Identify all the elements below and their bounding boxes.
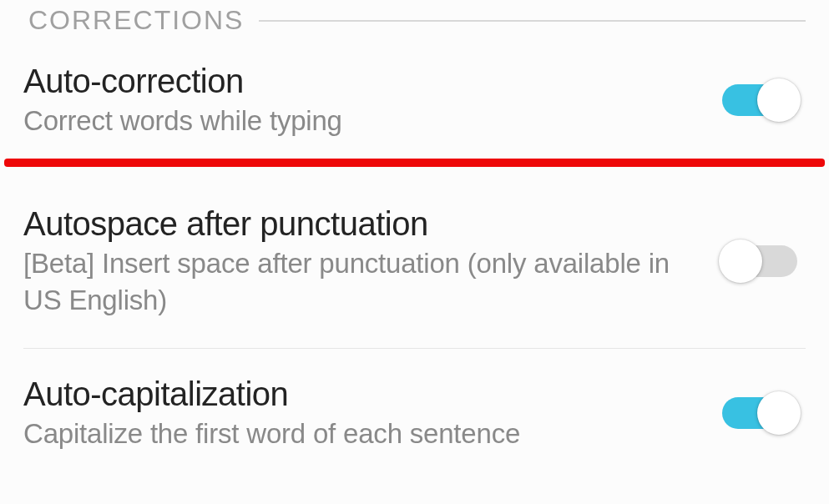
section-divider-line	[259, 20, 806, 22]
highlight-bar	[4, 159, 825, 167]
setting-subtitle: [Beta] Insert space after punctuation (o…	[23, 245, 675, 320]
section-header: CORRECTIONS	[0, 0, 829, 38]
setting-row-auto-capitalization[interactable]: Auto-capitalization Capitalize the first…	[0, 349, 829, 460]
setting-title: Autospace after punctuation	[23, 204, 675, 244]
setting-text: Autospace after punctuation [Beta] Inser…	[23, 204, 675, 320]
setting-title: Auto-correction	[23, 61, 342, 101]
toggle-thumb	[719, 239, 762, 283]
setting-text: Auto-capitalization Capitalize the first…	[23, 374, 520, 453]
toggle-thumb	[757, 391, 801, 435]
toggle-thumb	[757, 78, 801, 122]
setting-title: Auto-capitalization	[23, 374, 520, 414]
setting-row-auto-correction[interactable]: Auto-correction Correct words while typi…	[0, 38, 829, 159]
setting-subtitle: Correct words while typing	[23, 103, 342, 140]
toggle-autospace[interactable]	[719, 238, 801, 285]
toggle-auto-correction[interactable]	[719, 77, 801, 123]
toggle-auto-capitalization[interactable]	[719, 390, 801, 436]
setting-text: Auto-correction Correct words while typi…	[23, 61, 342, 140]
setting-subtitle: Capitalize the first word of each senten…	[23, 416, 520, 453]
setting-row-autospace[interactable]: Autospace after punctuation [Beta] Inser…	[0, 167, 829, 348]
section-title: CORRECTIONS	[28, 5, 244, 36]
